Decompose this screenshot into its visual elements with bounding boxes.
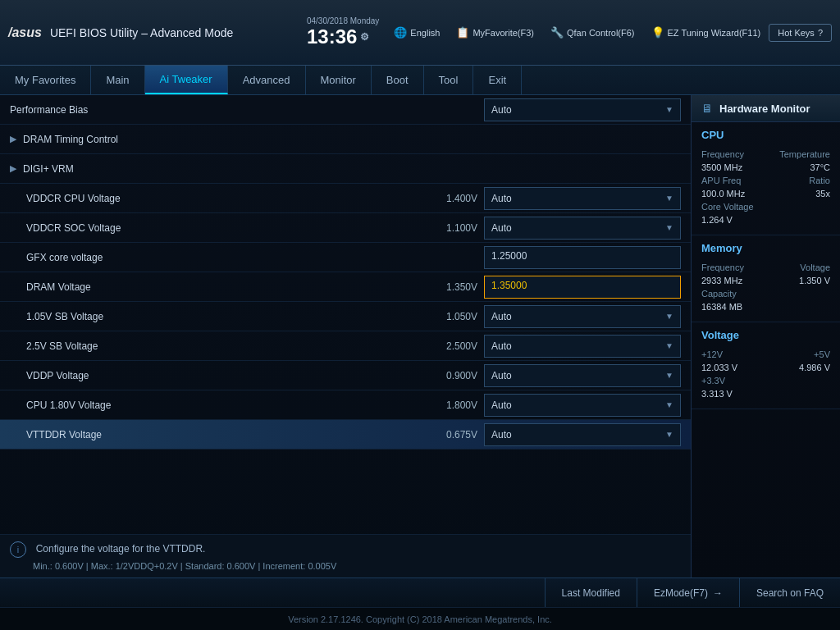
ez-tuning-button[interactable]: 💡 EZ Tuning Wizard(F11) — [643, 23, 769, 42]
vddcr-cpu-dropdown[interactable]: Auto ▼ — [484, 187, 681, 210]
nav-main[interactable]: Main — [91, 66, 144, 94]
cpu-freq-temp-values: 3500 MHz 37°C — [701, 162, 830, 172]
ratio-label: Ratio — [809, 176, 830, 185]
nav-bar: My Favorites Main Ai Tweaker Advanced Mo… — [0, 66, 840, 95]
sb25-value[interactable]: Auto ▼ — [484, 335, 681, 358]
gfx-core-label: GFX core voltage — [10, 252, 427, 263]
volt-33-value-row: 3.313 V — [701, 389, 830, 399]
vttddr-value[interactable]: Auto ▼ — [484, 423, 681, 446]
mem-volt-label: Voltage — [800, 262, 830, 272]
dram-timing-row[interactable]: ▶ DRAM Timing Control — [0, 125, 691, 154]
sb105-value[interactable]: Auto ▼ — [484, 305, 681, 328]
cpu180-value[interactable]: Auto ▼ — [484, 394, 681, 417]
asus-logo: /asus — [8, 25, 42, 40]
dram-voltage-row: DRAM Voltage 1.350V 1.35000 — [0, 272, 691, 302]
nav-monitor[interactable]: Monitor — [306, 66, 372, 94]
volt-12-label: +12V — [701, 349, 723, 359]
vddp-value[interactable]: Auto ▼ — [484, 364, 681, 387]
dram-voltage-value[interactable]: 1.35000 — [484, 276, 681, 299]
ez-mode-button[interactable]: EzMode(F7) → — [637, 578, 739, 608]
mem-freq-label: Frequency — [701, 262, 744, 272]
vddp-dropdown[interactable]: Auto ▼ — [484, 364, 681, 387]
apu-freq-value: 100.0 MHz — [701, 189, 745, 199]
vddcr-soc-row: VDDCR SOC Voltage 1.100V Auto ▼ — [0, 213, 691, 243]
cpu180-small: 1.800V — [427, 399, 484, 411]
time-display: 13:36 ⚙ — [307, 25, 369, 48]
cpu-freq-temp-header: Frequency Temperature — [701, 149, 830, 159]
dropdown-arrow-icon-7: ▼ — [665, 371, 673, 380]
top-right-area: 04/30/2018 Monday 13:36 ⚙ 🌐 English 📋 My… — [307, 16, 832, 48]
settings-icon[interactable]: ⚙ — [360, 31, 369, 43]
vttddr-dropdown[interactable]: Auto ▼ — [484, 423, 681, 446]
vttddr-label: VTTDDR Voltage — [10, 429, 427, 441]
qfan-button[interactable]: 🔧 Qfan Control(F6) — [542, 23, 643, 42]
volt-12-5-values: 12.033 V 4.986 V — [701, 363, 830, 372]
vddcr-soc-dropdown[interactable]: Auto ▼ — [484, 217, 681, 240]
volt-5-value: 4.986 V — [799, 363, 830, 372]
vddcr-cpu-row: VDDCR CPU Voltage 1.400V Auto ▼ — [0, 184, 691, 213]
nav-exit[interactable]: Exit — [473, 66, 522, 94]
info-bar: i Configure the voltage for the VTTDDR. … — [0, 534, 691, 578]
cpu-temp-value: 37°C — [810, 162, 830, 172]
dropdown-arrow-icon-4: ▼ — [665, 223, 673, 232]
main-area: Performance Bias Auto ▼ ▶ DRAM Timing Co… — [0, 95, 840, 578]
volt-5-label: +5V — [814, 349, 830, 359]
cpu-section: CPU Frequency Temperature 3500 MHz 37°C … — [692, 122, 840, 235]
dram-voltage-small: 1.350V — [427, 281, 484, 293]
search-faq-button[interactable]: Search on FAQ — [739, 578, 840, 608]
nav-boot[interactable]: Boot — [372, 66, 424, 94]
nav-my-favorites[interactable]: My Favorites — [0, 66, 91, 94]
myfavorite-button[interactable]: 📋 MyFavorite(F3) — [448, 23, 542, 42]
sb25-dropdown[interactable]: Auto ▼ — [484, 335, 681, 358]
info-details: Min.: 0.600V | Max.: 1/2VDDQ+0.2V | Stan… — [10, 561, 681, 571]
question-icon: ? — [818, 28, 823, 38]
top-bar: /asus UEFI BIOS Utility – Advanced Mode … — [0, 0, 840, 66]
vddcr-soc-value[interactable]: Auto ▼ — [484, 217, 681, 240]
ez-mode-icon: → — [713, 587, 723, 599]
core-voltage-value-row: 1.264 V — [701, 215, 830, 225]
gfx-core-input[interactable]: 1.25000 — [484, 246, 681, 269]
ratio-value: 35x — [815, 189, 830, 199]
bottom-bar: Last Modified EzMode(F7) → Search on FAQ — [0, 578, 840, 607]
hw-monitor-sidebar: 🖥 Hardware Monitor CPU Frequency Tempera… — [691, 95, 840, 578]
memory-section-title: Memory — [701, 242, 830, 256]
sb105-dropdown[interactable]: Auto ▼ — [484, 305, 681, 328]
nav-ai-tweaker[interactable]: Ai Tweaker — [145, 66, 228, 94]
digi-vrm-row[interactable]: ▶ DIGI+ VRM — [0, 154, 691, 184]
english-button[interactable]: 🌐 English — [386, 23, 448, 42]
wizard-icon: 💡 — [651, 26, 664, 39]
core-voltage-value: 1.264 V — [701, 215, 733, 225]
core-voltage-header: Core Voltage — [701, 202, 830, 212]
content-table: Performance Bias Auto ▼ ▶ DRAM Timing Co… — [0, 95, 691, 534]
mem-capacity-value-row: 16384 MB — [701, 302, 830, 312]
favorite-icon: 📋 — [456, 26, 469, 39]
dropdown-arrow-icon-5: ▼ — [665, 312, 673, 321]
apu-freq-ratio-values: 100.0 MHz 35x — [701, 189, 830, 199]
vddcr-cpu-value[interactable]: Auto ▼ — [484, 187, 681, 210]
dropdown-arrow-icon-9: ▼ — [665, 430, 673, 439]
sb25-small: 2.500V — [427, 340, 484, 352]
apu-freq-ratio-header: APU Freq Ratio — [701, 176, 830, 185]
performance-bias-dropdown[interactable]: Auto ▼ — [484, 98, 681, 121]
cpu180-dropdown[interactable]: Auto ▼ — [484, 394, 681, 417]
vddcr-soc-small: 1.100V — [427, 222, 484, 234]
info-text: Configure the voltage for the VTTDDR. — [36, 543, 206, 555]
gfx-core-value[interactable]: 1.25000 — [484, 246, 681, 269]
memory-section: Memory Frequency Voltage 2933 MHz 1.350 … — [692, 235, 840, 322]
nav-tool[interactable]: Tool — [424, 66, 474, 94]
volt-12-value: 12.033 V — [701, 363, 737, 372]
sb105-row: 1.05V SB Voltage 1.050V Auto ▼ — [0, 302, 691, 331]
expander-arrow-icon-2: ▶ — [10, 163, 16, 174]
volt-33-label: +3.3V — [701, 376, 725, 386]
dram-voltage-input[interactable]: 1.35000 — [484, 276, 681, 299]
performance-bias-value[interactable]: Auto ▼ — [484, 98, 681, 121]
vddp-row: VDDP Voltage 0.900V Auto ▼ — [0, 361, 691, 390]
hotkeys-button[interactable]: Hot Keys ? — [769, 24, 832, 42]
cpu-section-title: CPU — [701, 129, 830, 143]
mem-capacity-header: Capacity — [701, 289, 830, 299]
volt-33-value: 3.313 V — [701, 389, 733, 399]
last-modified-button[interactable]: Last Modified — [545, 578, 637, 608]
nav-advanced[interactable]: Advanced — [228, 66, 306, 94]
performance-bias-row: Performance Bias Auto ▼ — [0, 95, 691, 125]
digi-vrm-label: DIGI+ VRM — [23, 163, 74, 175]
